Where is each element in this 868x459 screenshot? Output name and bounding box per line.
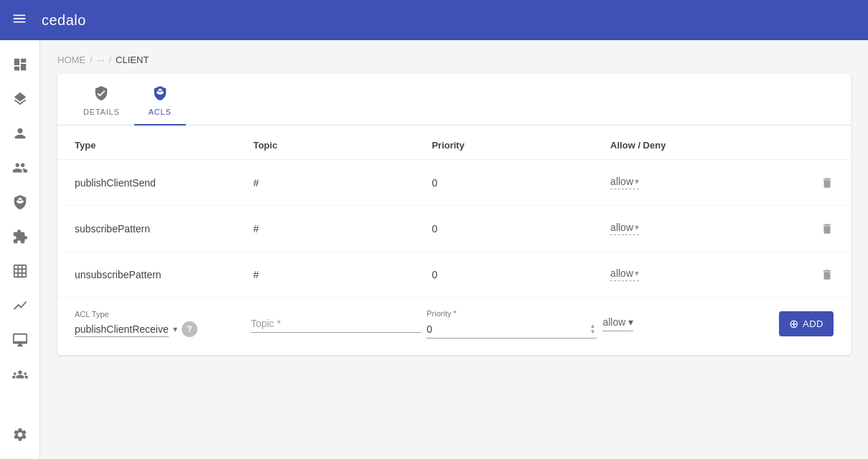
acl-type-chevron-icon: ▾ [173, 324, 177, 334]
col-header-actions [789, 140, 834, 151]
sidebar [0, 40, 40, 459]
sidebar-item-plugin[interactable] [4, 221, 36, 252]
row2-topic: # [253, 223, 432, 235]
allow-deny-add-section: allow ▾ [602, 316, 773, 331]
table-header: Type Topic Priority Allow / Deny [57, 131, 851, 160]
row1-type: publishClientSend [75, 177, 253, 189]
breadcrumb-ellipsis[interactable]: ··· [97, 55, 105, 65]
row1-topic: # [253, 177, 432, 189]
top-nav: cedalo [0, 0, 868, 40]
sidebar-item-dashboard[interactable] [4, 49, 36, 80]
breadcrumb: HOME / ··· / CLIENT [40, 40, 868, 74]
row1-delete-button[interactable] [789, 176, 834, 189]
allow-deny-add-select[interactable]: allow ▾ [602, 316, 633, 331]
breadcrumb-home[interactable]: HOME [57, 55, 85, 65]
allow-deny-add-value: allow [602, 316, 625, 328]
row3-allow-chevron-icon: ▾ [635, 268, 639, 278]
add-button-label: ADD [803, 318, 823, 329]
tab-details-label: DETAILS [83, 108, 120, 116]
row3-allow-deny[interactable]: allow ▾ [610, 268, 789, 281]
row1-allow-select[interactable]: allow ▾ [610, 176, 639, 189]
main-card: DETAILS ACLS Type Topic Priority Allow /… [57, 74, 851, 355]
row3-type: unsubscribePattern [75, 269, 253, 280]
topic-section [251, 315, 421, 333]
row1-allow-deny[interactable]: allow ▾ [610, 176, 789, 189]
table-row: unsubscribePattern # 0 allow ▾ [57, 252, 851, 298]
row2-delete-button[interactable] [789, 222, 834, 235]
priority-input[interactable] [426, 321, 588, 338]
topic-input[interactable] [251, 315, 421, 333]
priority-label: Priority * [426, 309, 597, 318]
table-row: subscribePattern # 0 allow ▾ [57, 206, 851, 252]
help-icon[interactable]: ? [182, 321, 197, 337]
app-logo: cedalo [42, 12, 86, 29]
table-row: publishClientSend # 0 allow ▾ [57, 160, 851, 206]
row2-allow-chevron-icon: ▾ [635, 222, 639, 232]
row2-allow-select[interactable]: allow ▾ [610, 222, 639, 235]
allow-deny-add-chevron-icon: ▾ [628, 316, 633, 328]
menu-icon[interactable] [11, 11, 27, 30]
sidebar-item-monitor[interactable] [4, 324, 36, 356]
acl-type-section: ACL Type publishClientReceive publishCli… [75, 310, 245, 337]
col-header-allow-deny: Allow / Deny [610, 140, 789, 151]
acl-type-label: ACL Type [75, 310, 245, 318]
tabs: DETAILS ACLS [57, 74, 851, 126]
col-header-priority: Priority [431, 140, 610, 151]
row2-allow-deny[interactable]: allow ▾ [610, 222, 789, 235]
add-acl-button[interactable]: ⊕ ADD [779, 311, 834, 336]
col-header-topic: Topic [253, 140, 432, 151]
row3-allow-select[interactable]: allow ▾ [610, 268, 639, 281]
sidebar-item-person[interactable] [4, 118, 36, 149]
acl-table: Type Topic Priority Allow / Deny publish… [57, 126, 851, 355]
breadcrumb-sep2: / [108, 55, 111, 65]
row3-priority: 0 [431, 269, 610, 280]
sidebar-item-groups2[interactable] [4, 359, 36, 390]
add-row: ACL Type publishClientReceive publishCli… [57, 298, 851, 349]
tab-acls-label: ACLS [149, 108, 172, 116]
row3-delete-button[interactable] [789, 268, 834, 281]
sidebar-item-security[interactable] [4, 186, 36, 218]
tab-acls[interactable]: ACLS [134, 74, 186, 125]
add-plus-icon: ⊕ [789, 317, 799, 331]
breadcrumb-current: CLIENT [116, 55, 149, 65]
acl-type-select[interactable]: publishClientReceive publishClientSend s… [75, 322, 169, 337]
acls-icon [152, 85, 168, 103]
row2-type: subscribePattern [75, 223, 253, 235]
details-icon [93, 85, 109, 103]
sidebar-item-group[interactable] [4, 152, 36, 184]
sidebar-item-analytics[interactable] [4, 290, 36, 321]
sidebar-item-layers[interactable] [4, 83, 36, 115]
sidebar-item-grid[interactable] [4, 255, 36, 287]
tab-details[interactable]: DETAILS [69, 74, 134, 125]
priority-input-wrapper: ▲ ▼ [426, 321, 597, 339]
priority-spinners: ▲ ▼ [588, 323, 597, 335]
main-layout: HOME / ··· / CLIENT DETAILS A [0, 40, 868, 459]
sidebar-item-settings[interactable] [4, 419, 36, 450]
col-header-type: Type [75, 140, 253, 151]
row1-allow-chevron-icon: ▾ [635, 176, 639, 186]
priority-down-button[interactable]: ▼ [588, 329, 597, 335]
acl-type-wrapper: publishClientReceive publishClientSend s… [75, 321, 245, 337]
row1-priority: 0 [431, 177, 610, 189]
row2-priority: 0 [431, 223, 610, 235]
main-content: HOME / ··· / CLIENT DETAILS A [40, 40, 868, 459]
priority-section: Priority * ▲ ▼ [426, 309, 597, 339]
row3-topic: # [253, 269, 432, 280]
breadcrumb-sep1: / [90, 55, 93, 65]
